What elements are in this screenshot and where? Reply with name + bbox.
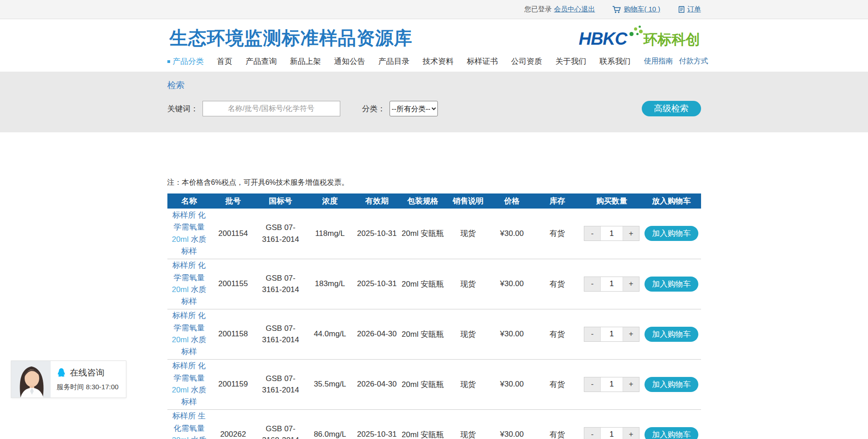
price: ¥30.00 bbox=[490, 359, 533, 409]
nav-item[interactable]: 首页 bbox=[217, 56, 233, 67]
product-row: 标样所 化学需氧量 20ml 水质标样2001154GSB 07-3161-20… bbox=[167, 209, 701, 259]
product-name-link[interactable]: 标样所 生化需氧量 20ml 水质标样 bbox=[169, 410, 209, 439]
nav-item[interactable]: 公司资质 bbox=[511, 56, 542, 67]
product-name-link[interactable]: 标样所 化学需氧量 20ml 水质标样 bbox=[169, 310, 209, 358]
product-name-link[interactable]: 标样所 化学需氧量 20ml 水质标样 bbox=[169, 209, 209, 257]
sales-note: 现货 bbox=[446, 359, 490, 409]
quantity-cell: -+ bbox=[581, 359, 642, 409]
batch-number: 2001155 bbox=[211, 259, 255, 309]
qty-minus-button[interactable]: - bbox=[584, 226, 600, 240]
expiry-date: 2026-04-30 bbox=[354, 309, 400, 359]
column-header: 购买数量 bbox=[581, 193, 642, 209]
qty-plus-button[interactable]: + bbox=[623, 377, 639, 392]
keyword-label: 关键词： bbox=[167, 104, 198, 114]
price: ¥30.00 bbox=[490, 309, 533, 359]
tax-note: 注：本价格含6%税点，可开具6%技术服务增值税发票。 bbox=[167, 178, 701, 188]
category-label: 分类： bbox=[362, 104, 385, 114]
concentration: 35.5mg/L bbox=[306, 359, 354, 409]
nav-item-product-category[interactable]: 产品分类 bbox=[167, 56, 204, 67]
usage-guide-link[interactable]: 使用指南 bbox=[644, 57, 673, 66]
batch-number: 200262 bbox=[211, 409, 255, 439]
payment-method-link[interactable]: 付款方式 bbox=[679, 57, 708, 66]
cart-link[interactable]: 购物车( 10 ) bbox=[624, 5, 660, 14]
batch-number: 2001154 bbox=[211, 209, 255, 259]
qty-input[interactable] bbox=[600, 377, 623, 392]
column-header: 国标号 bbox=[255, 193, 306, 209]
qty-input[interactable] bbox=[600, 428, 623, 439]
name-highlight: 20ml bbox=[172, 436, 189, 439]
member-center-logout-link[interactable]: 会员中心退出 bbox=[554, 5, 595, 14]
expiry-date: 2025-10-31 bbox=[354, 409, 400, 439]
add-to-cart-cell: 加入购物车 bbox=[642, 259, 701, 309]
add-to-cart-button[interactable]: 加入购物车 bbox=[645, 226, 698, 241]
nav-item[interactable]: 产品目录 bbox=[379, 56, 410, 67]
product-row: 标样所 化学需氧量 20ml 水质标样2001158GSB 07-3161-20… bbox=[167, 309, 701, 359]
price: ¥30.00 bbox=[490, 409, 533, 439]
orders-link[interactable]: 订单 bbox=[687, 5, 701, 14]
column-header: 名称 bbox=[167, 193, 211, 209]
column-header: 价格 bbox=[490, 193, 533, 209]
column-header: 库存 bbox=[533, 193, 581, 209]
nav-item-label: 产品分类 bbox=[173, 56, 204, 67]
nav-item[interactable]: 标样证书 bbox=[467, 56, 498, 67]
add-to-cart-button[interactable]: 加入购物车 bbox=[645, 327, 698, 342]
qty-minus-button[interactable]: - bbox=[584, 377, 600, 392]
nav-item[interactable]: 产品查询 bbox=[246, 56, 277, 67]
stock-status: 有货 bbox=[533, 309, 581, 359]
qty-plus-button[interactable]: + bbox=[623, 327, 639, 341]
qty-input[interactable] bbox=[600, 327, 623, 341]
qty-minus-button[interactable]: - bbox=[584, 277, 600, 291]
product-name-link[interactable]: 标样所 化学需氧量 20ml 水质标样 bbox=[169, 260, 209, 308]
packaging: 20ml 安瓿瓶 bbox=[400, 209, 446, 259]
brand-name: 环标科创 bbox=[644, 32, 700, 47]
product-row: 标样所 化学需氧量 20ml 水质标样2001159GSB 07-3161-20… bbox=[167, 359, 701, 409]
concentration: 44.0mg/L bbox=[306, 309, 354, 359]
main-nav: 产品分类 首页产品查询新品上架通知公告产品目录技术资料标样证书公司资质关于我们联… bbox=[167, 56, 701, 67]
gsb-number: GSB 07-3161-2014 bbox=[255, 359, 306, 409]
column-header: 批号 bbox=[211, 193, 255, 209]
product-name-link[interactable]: 标样所 化学需氧量 20ml 水质标样 bbox=[169, 360, 209, 408]
quantity-cell: -+ bbox=[581, 259, 642, 309]
packaging: 20ml 安瓿瓶 bbox=[400, 259, 446, 309]
add-to-cart-cell: 加入购物车 bbox=[642, 409, 701, 439]
quantity-cell: -+ bbox=[581, 209, 642, 259]
add-to-cart-cell: 加入购物车 bbox=[642, 359, 701, 409]
qty-minus-button[interactable]: - bbox=[584, 428, 600, 439]
online-chat-widget[interactable]: 在线咨询 服务时间 8:30-17:00 bbox=[11, 361, 126, 398]
qty-plus-button[interactable]: + bbox=[623, 277, 639, 291]
qty-plus-button[interactable]: + bbox=[623, 226, 639, 240]
qty-input[interactable] bbox=[600, 226, 623, 240]
expiry-date: 2025-10-31 bbox=[354, 209, 400, 259]
concentration: 118mg/L bbox=[306, 209, 354, 259]
nav-item[interactable]: 关于我们 bbox=[556, 56, 587, 67]
batch-number: 2001159 bbox=[211, 359, 255, 409]
products-table: 名称批号国标号浓度有效期包装规格销售说明价格库存购买数量放入购物车 标样所 化学… bbox=[167, 193, 701, 439]
keyword-input[interactable] bbox=[203, 101, 340, 116]
qty-input[interactable] bbox=[600, 277, 623, 291]
sales-note: 现货 bbox=[446, 409, 490, 439]
quantity-cell: -+ bbox=[581, 409, 642, 439]
qty-minus-button[interactable]: - bbox=[584, 327, 600, 341]
batch-number: 2001158 bbox=[211, 309, 255, 359]
qty-plus-button[interactable]: + bbox=[623, 428, 639, 439]
nav-item[interactable]: 技术资料 bbox=[423, 56, 454, 67]
add-to-cart-cell: 加入购物车 bbox=[642, 209, 701, 259]
add-to-cart-button[interactable]: 加入购物车 bbox=[645, 277, 698, 292]
nav-item[interactable]: 联系我们 bbox=[600, 56, 631, 67]
name-cell: 标样所 生化需氧量 20ml 水质标样 bbox=[167, 409, 211, 439]
category-select[interactable]: --所有分类-- bbox=[390, 101, 438, 116]
advanced-search-button[interactable]: 高级检索 bbox=[642, 101, 701, 116]
add-to-cart-button[interactable]: 加入购物车 bbox=[645, 427, 698, 439]
name-cell: 标样所 化学需氧量 20ml 水质标样 bbox=[167, 209, 211, 259]
search-section: 检索 关键词： 分类： --所有分类-- 高级检索 bbox=[0, 72, 868, 132]
product-row: 标样所 化学需氧量 20ml 水质标样2001155GSB 07-3161-20… bbox=[167, 259, 701, 309]
quantity-stepper: -+ bbox=[584, 277, 639, 292]
nav-item[interactable]: 新品上架 bbox=[290, 56, 321, 67]
add-to-cart-button[interactable]: 加入购物车 bbox=[645, 377, 698, 392]
stock-status: 有货 bbox=[533, 259, 581, 309]
expiry-date: 2025-10-31 bbox=[354, 259, 400, 309]
nav-item[interactable]: 通知公告 bbox=[334, 56, 365, 67]
stock-status: 有货 bbox=[533, 409, 581, 439]
name-highlight: 20ml bbox=[172, 335, 189, 344]
name-cell: 标样所 化学需氧量 20ml 水质标样 bbox=[167, 309, 211, 359]
